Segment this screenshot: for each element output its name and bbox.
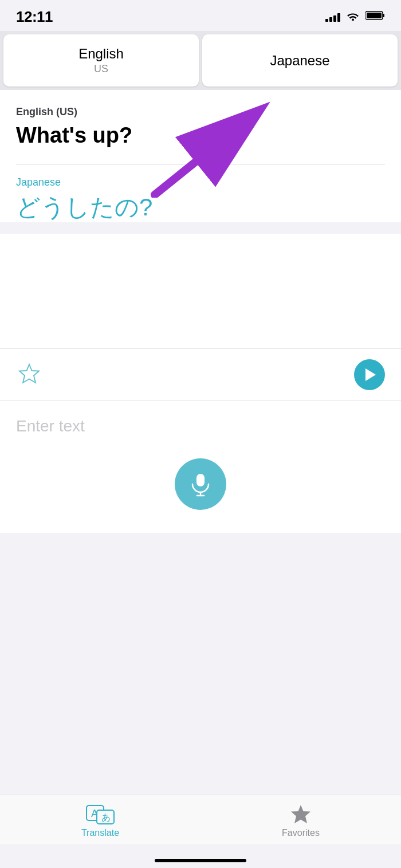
- text-input-placeholder[interactable]: Enter text: [16, 417, 385, 435]
- source-language-region: US: [94, 62, 108, 76]
- home-indicator: [155, 859, 246, 862]
- source-language-button[interactable]: English US: [3, 34, 199, 87]
- target-language-name: Japanese: [270, 53, 329, 68]
- battery-icon: [365, 10, 385, 23]
- play-icon: [365, 368, 376, 381]
- target-language-button[interactable]: Japanese: [202, 34, 398, 87]
- tab-translate-label: Translate: [81, 828, 119, 838]
- input-area: Enter text: [0, 400, 401, 533]
- target-language-label: Japanese: [16, 176, 385, 188]
- signal-icon: [325, 11, 340, 22]
- status-icons: [325, 10, 385, 23]
- svg-marker-5: [19, 364, 39, 383]
- language-selector: English US Japanese: [0, 31, 401, 90]
- svg-rect-2: [367, 13, 382, 18]
- translation-area: English (US) What's up? Japanese どうしたの?: [0, 90, 401, 222]
- wifi-icon: [346, 10, 360, 23]
- mic-container: [16, 458, 385, 510]
- svg-rect-6: [196, 474, 205, 486]
- favorite-button[interactable]: [16, 360, 42, 388]
- favorites-tab-icon: [290, 803, 312, 825]
- translation-divider: [16, 164, 385, 165]
- action-bar: [0, 348, 401, 400]
- tab-translate[interactable]: A あ Translate: [66, 803, 135, 838]
- tab-favorites-label: Favorites: [282, 828, 320, 838]
- microphone-button[interactable]: [175, 458, 226, 510]
- star-icon: [18, 363, 40, 384]
- status-bar: 12:11: [0, 0, 401, 31]
- svg-rect-1: [383, 14, 384, 17]
- svg-marker-13: [291, 805, 310, 823]
- target-translation-text: どうしたの?: [16, 193, 385, 222]
- source-language-name: English: [78, 45, 124, 62]
- tab-favorites[interactable]: Favorites: [266, 803, 335, 838]
- play-button[interactable]: [354, 359, 385, 390]
- source-language-label: English (US): [16, 106, 385, 118]
- microphone-icon: [188, 472, 213, 497]
- tab-bar: A あ Translate Favorites: [0, 795, 401, 844]
- status-time: 12:11: [16, 8, 53, 26]
- translate-tab-icon: A あ: [85, 803, 115, 825]
- svg-text:あ: あ: [101, 812, 111, 822]
- translation-spacer: [0, 234, 401, 348]
- source-translation-text: What's up?: [16, 123, 385, 149]
